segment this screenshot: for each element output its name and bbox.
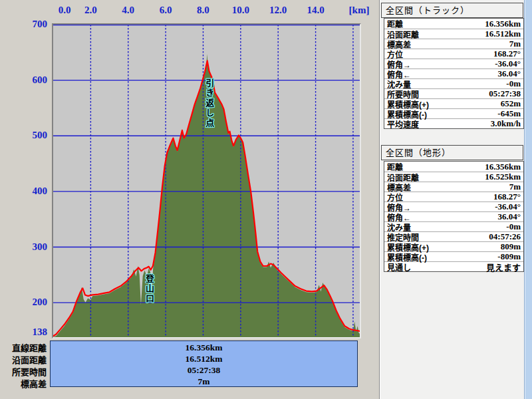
stats-row: 距離16.356km — [384, 19, 523, 29]
y-min-label: 138 — [0, 327, 47, 338]
stats-row-label: 見通し — [384, 261, 411, 273]
summary-label: 沿面距離 — [0, 353, 47, 366]
stats-row-label: 距離 — [384, 161, 403, 172]
stats-row: 沿面距離16.512km — [384, 29, 523, 39]
stats-row: 平均速度3.0km/h — [384, 118, 523, 128]
stats-row: 俯角←36.04° — [384, 211, 523, 221]
x-tick-label: 14.0 — [307, 5, 324, 16]
x-tick-label: 12.0 — [269, 5, 287, 16]
window-edge-strip — [524, 0, 532, 399]
stats-row-value: 16.512km — [485, 29, 523, 39]
y-tick-label: 300 — [0, 241, 47, 253]
stats-row: 距離16.356km — [384, 162, 523, 172]
stats-row: 俯角←36.04° — [384, 68, 523, 78]
y-tick-label: 400 — [0, 186, 47, 197]
summary-box: 16.356km16.512km05:27:387m — [50, 340, 358, 387]
stats-row-value: -645m — [497, 108, 523, 119]
stats-row: 累積標高(+)652m — [384, 98, 523, 108]
stats-row: 累積標高(-)-645m — [384, 108, 523, 118]
stats-row-value: 7m — [509, 39, 523, 49]
stats-panel: 全区間（トラック）距離16.356km沿面距離16.512km標高差7m方位16… — [379, 0, 525, 399]
stats-group-title: 全区間（地形） — [381, 145, 523, 160]
stats-row-value: 36.04° — [498, 68, 523, 79]
x-tick-label: 6.0 — [160, 5, 172, 16]
x-axis-unit-label: [km] — [349, 5, 370, 16]
map-point-annotation: 引き返し点 — [204, 78, 214, 128]
stats-row: 俯角→-36.04° — [384, 201, 523, 211]
stats-row-value: 16.525km — [485, 172, 523, 182]
x-tick-label: 0.0 — [59, 5, 71, 16]
stats-row: 標高差7m — [384, 182, 523, 192]
summary-value: 16.356km — [51, 342, 357, 353]
stats-row-value: -0m — [506, 78, 523, 89]
y-tick-label: 200 — [0, 297, 47, 308]
stats-row: 俯角→-36.04° — [384, 59, 523, 68]
stats-table: 距離16.356km沿面距離16.512km標高差7m方位168.27°俯角→-… — [384, 18, 524, 129]
stats-row-value: 652m — [501, 98, 523, 109]
stats-row: 推定時間04:57:26 — [384, 231, 523, 241]
plot-area[interactable]: 引き返し点登山口 — [52, 23, 361, 338]
stats-row-value: 3.0km/h — [491, 118, 523, 129]
stats-row-value: 05:27:38 — [489, 88, 523, 99]
stats-table: 距離16.356km沿面距離16.525km標高差7m方位168.27°俯角→-… — [384, 161, 524, 272]
summary-label: 所要時間 — [0, 365, 47, 378]
summary-value: 7m — [51, 376, 357, 387]
y-tick-label: 500 — [0, 130, 47, 141]
stats-row-value: 36.04° — [498, 211, 523, 222]
elevation-profile-svg — [53, 25, 360, 337]
x-tick-label: 10.0 — [232, 5, 249, 16]
stats-row-value: 168.27° — [493, 192, 523, 202]
stats-group-title: 全区間（トラック） — [381, 3, 523, 18]
stats-row-value: 見えます — [486, 261, 523, 273]
stats-row: 沈み量-0m — [384, 78, 523, 88]
stats-row-value: -0m — [506, 221, 523, 232]
stats-row: 沈み量-0m — [384, 221, 523, 231]
stats-row-value: 809m — [501, 241, 523, 252]
stats-row: 所要時間05:27:38 — [384, 88, 523, 98]
stats-row-label: 平均速度 — [384, 118, 419, 130]
stats-row-value: 16.356km — [485, 162, 523, 172]
stats-row-value: 7m — [509, 182, 523, 192]
stats-row-value: 04:57:26 — [489, 231, 523, 242]
stats-row-value: 168.27° — [493, 49, 523, 59]
y-tick-label: 700 — [0, 19, 47, 30]
stats-row-value: 16.356km — [485, 19, 523, 29]
map-point-annotation: 登山口 — [144, 274, 154, 304]
stats-row-value: -36.04° — [495, 201, 523, 212]
stats-row: 見通し見えます — [384, 261, 523, 271]
x-tick-label: 2.0 — [84, 5, 97, 16]
summary-value: 16.512km — [51, 353, 357, 364]
stats-row: 方位168.27° — [384, 192, 523, 201]
stats-row: 累積標高(+)809m — [384, 241, 523, 251]
x-tick-label: 8.0 — [197, 5, 209, 16]
stats-row: 方位168.27° — [384, 49, 523, 59]
summary-label: 直線距離 — [0, 341, 47, 354]
y-tick-label: 600 — [0, 74, 47, 86]
summary-value: 05:27:38 — [51, 364, 357, 376]
stats-row: 沿面距離16.525km — [384, 172, 523, 182]
elevation-profile-window: 0.02.04.06.08.010.012.014.0 [km] 7006005… — [0, 0, 532, 399]
summary-label: 標高差 — [0, 377, 47, 390]
x-tick-label: 4.0 — [122, 5, 134, 16]
stats-row-value: -36.04° — [495, 59, 523, 69]
elevation-chart-region: 0.02.04.06.08.010.012.014.0 [km] 7006005… — [0, 0, 379, 399]
stats-row-label: 距離 — [384, 18, 403, 29]
stats-row: 標高差7m — [384, 39, 523, 49]
